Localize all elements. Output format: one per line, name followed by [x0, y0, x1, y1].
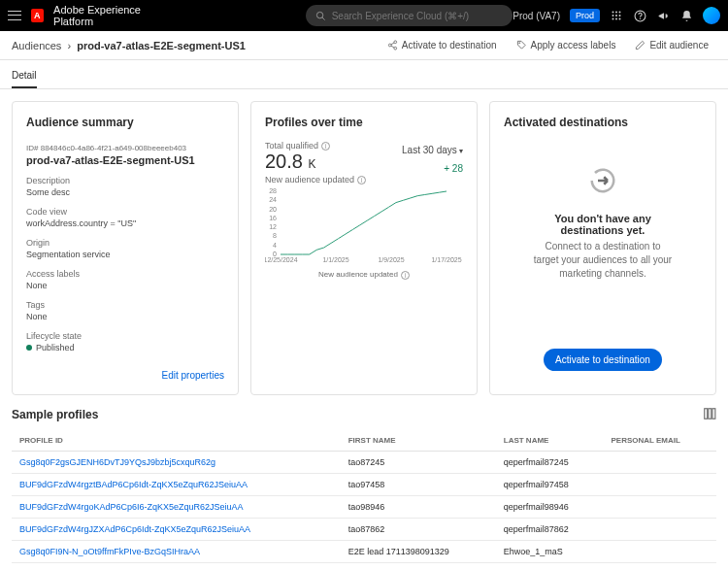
announce-icon[interactable] — [656, 9, 670, 22]
env-label: Prod (VA7) — [513, 11, 560, 21]
search-input[interactable] — [332, 11, 504, 21]
apps-icon[interactable] — [610, 9, 623, 22]
destinations-card: Activated destinations You don't have an… — [489, 101, 716, 395]
svg-text:12/25/2024: 12/25/2024 — [265, 256, 298, 263]
app-name: Adobe Experience Platform — [53, 4, 180, 27]
svg-point-18 — [518, 43, 519, 44]
column-header[interactable]: PROFILE ID — [12, 430, 341, 452]
profile-id-link[interactable]: BUF9dGFzdW4rggh9AdP6Cp6Idt-ZqKX5eZquR62J… — [12, 563, 341, 571]
pencil-icon — [635, 40, 645, 50]
column-header[interactable]: LAST NAME — [496, 430, 604, 452]
profile-id-link[interactable]: BUF9dGFzdW4rgJZXAdP6Cp6Idt-ZqKX5eZquR62J… — [12, 519, 341, 541]
svg-point-6 — [615, 15, 617, 17]
column-settings-icon[interactable] — [703, 407, 716, 422]
svg-text:24: 24 — [269, 197, 277, 204]
env-badge: Prod — [570, 9, 600, 22]
activate-button[interactable]: Activate to destination — [380, 36, 505, 54]
tag-icon — [516, 40, 527, 50]
table-row: BUF9dGFzdW4rggh9AdP6Cp6Idt-ZqKX5eZquR62J… — [12, 563, 716, 571]
column-header[interactable]: PERSONAL EMAIL — [603, 430, 716, 452]
sample-profiles-section: Sample profiles PROFILE IDFIRST NAMELAST… — [0, 407, 728, 570]
subheader: Audiences › prod-va7-atlas-E2E-segment-U… — [0, 31, 728, 60]
lifecycle-state: Published — [26, 343, 224, 352]
arrow-circle-icon — [588, 166, 617, 195]
profiles-chart: 0481216202428 12/25/20241/1/20251/9/2025… — [265, 186, 463, 264]
svg-point-7 — [619, 15, 621, 17]
svg-point-10 — [619, 18, 621, 20]
breadcrumb: Audiences › prod-va7-atlas-E2E-segment-U… — [12, 40, 246, 51]
svg-line-17 — [391, 46, 394, 48]
table-row: Gsg8q0FI9N-N_oOt9ffmFkPIve-BzGqSIHraAAE2… — [12, 541, 716, 563]
topbar: A Adobe Experience Platform Prod (VA7) P… — [0, 0, 728, 31]
svg-point-0 — [316, 12, 322, 17]
card-title: Audience summary — [26, 116, 224, 129]
svg-point-14 — [388, 44, 391, 47]
activate-destination-button[interactable]: Activate to destination — [544, 349, 662, 371]
audience-name: prod-va7-atlas-E2E-segment-US1 — [26, 154, 224, 166]
svg-text:4: 4 — [273, 242, 277, 249]
svg-line-1 — [322, 17, 325, 19]
svg-point-15 — [394, 47, 397, 50]
table-row: BUF9dGFzdW4rgztBAdP6Cp6Idt-ZqKX5eZquR62J… — [12, 474, 716, 496]
svg-text:8: 8 — [273, 233, 277, 240]
svg-point-4 — [619, 12, 621, 14]
search-bar[interactable] — [306, 5, 513, 26]
adobe-logo: A — [31, 9, 45, 22]
svg-point-8 — [612, 18, 614, 20]
menu-icon[interactable] — [8, 9, 21, 22]
svg-rect-33 — [712, 409, 715, 419]
svg-rect-31 — [705, 409, 708, 419]
svg-text:1/17/2025: 1/17/2025 — [431, 256, 461, 263]
profile-id-link[interactable]: Gsg8q0FI9N-N_oOt9ffmFkPIve-BzGqSIHraAA — [12, 541, 341, 563]
column-header[interactable]: FIRST NAME — [341, 430, 496, 452]
profile-id-link[interactable]: BUF9dGFzdW4rgztBAdP6Cp6Idt-ZqKX5eZquR62J… — [12, 474, 341, 496]
table-row: Gsg8q0F2gsGJENH6DvTJ9YQsJ9bzbj5cxquR62gt… — [12, 452, 716, 474]
svg-text:16: 16 — [269, 215, 277, 221]
share-icon — [387, 40, 398, 50]
info-icon[interactable]: i — [321, 142, 330, 151]
bell-icon[interactable] — [679, 9, 693, 22]
delta-value: + 28 — [402, 163, 463, 174]
svg-text:20: 20 — [269, 206, 277, 213]
svg-point-13 — [394, 41, 397, 44]
tab-detail[interactable]: Detail — [12, 64, 37, 88]
table-row: BUF9dGFzdW4rgoKAdP6Cp6I6-ZqKX5eZquR62JSe… — [12, 496, 716, 519]
avatar[interactable] — [703, 7, 720, 24]
svg-point-12 — [640, 17, 641, 18]
profiles-over-time-card: Profiles over time Total qualifiedi 20.8… — [250, 101, 478, 395]
svg-rect-32 — [709, 409, 711, 419]
audience-summary-card: Audience summary ID# 884846c0-4a86-4f21-… — [12, 101, 239, 395]
date-range-select[interactable]: Last 30 days — [402, 141, 463, 159]
edit-properties-link[interactable]: Edit properties — [26, 370, 224, 381]
breadcrumb-current: prod-va7-atlas-E2E-segment-US1 — [77, 40, 246, 51]
svg-point-3 — [615, 12, 617, 14]
edit-audience-button[interactable]: Edit audience — [627, 36, 716, 54]
table-row: BUF9dGFzdW4rgJZXAdP6Cp6Idt-ZqKX5eZquR62J… — [12, 519, 716, 541]
svg-text:12: 12 — [269, 223, 277, 230]
svg-text:1/1/2025: 1/1/2025 — [322, 256, 348, 263]
profile-id-link[interactable]: BUF9dGFzdW4rgoKAdP6Cp6I6-ZqKX5eZquR62JSe… — [12, 496, 341, 519]
help-icon[interactable] — [633, 9, 646, 22]
svg-text:1/9/2025: 1/9/2025 — [378, 256, 404, 263]
breadcrumb-root[interactable]: Audiences — [12, 40, 61, 51]
svg-point-5 — [612, 15, 614, 17]
svg-point-2 — [612, 12, 614, 14]
info-icon[interactable]: i — [357, 176, 366, 184]
svg-line-16 — [391, 43, 394, 45]
svg-point-9 — [615, 18, 617, 20]
access-labels-button[interactable]: Apply access labels — [509, 36, 624, 54]
sample-profiles-table: PROFILE IDFIRST NAMELAST NAMEPERSONAL EM… — [12, 430, 716, 570]
svg-text:28: 28 — [269, 187, 277, 194]
profile-id-link[interactable]: Gsg8q0F2gsGJENH6DvTJ9YQsJ9bzbj5cxquR62g — [12, 452, 341, 474]
tabs: Detail — [0, 60, 728, 89]
search-icon — [315, 11, 326, 21]
info-icon[interactable]: i — [401, 271, 410, 280]
